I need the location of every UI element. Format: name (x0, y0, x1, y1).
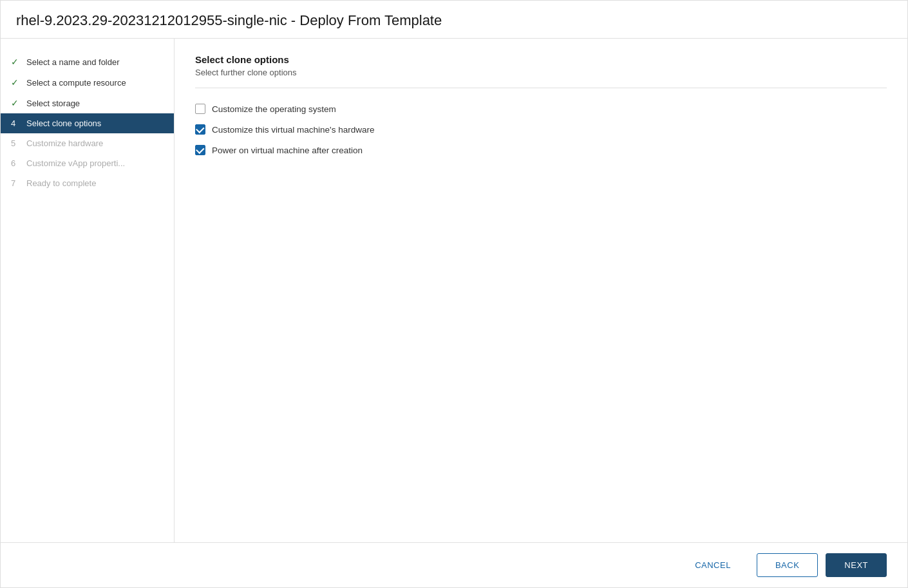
step-number-7: 7 (11, 178, 21, 188)
sidebar-item-step5: 5 Customize hardware (1, 133, 174, 153)
options-list: Customize the operating system Customize… (195, 104, 887, 155)
dialog-title: rhel-9.2023.29-20231212012955-single-nic… (1, 1, 907, 39)
step-number-6: 6 (11, 158, 21, 168)
sidebar-item-step6: 6 Customize vApp properti... (1, 153, 174, 173)
checkbox-option2[interactable] (195, 124, 205, 135)
check-icon-step3: ✓ (11, 98, 21, 108)
option-label-2: Customize this virtual machine's hardwar… (212, 125, 374, 135)
cancel-button[interactable]: CANCEL (677, 554, 749, 576)
dialog-body: ✓ Select a name and folder ✓ Select a co… (1, 39, 907, 542)
deploy-template-dialog: rhel-9.2023.29-20231212012955-single-nic… (0, 0, 908, 588)
option-label-1: Customize the operating system (212, 104, 336, 114)
option-item-1[interactable]: Customize the operating system (195, 104, 887, 114)
content-title: Select clone options (195, 54, 887, 65)
sidebar-item-step4[interactable]: 4 Select clone options (1, 113, 174, 133)
main-content: Select clone options Select further clon… (175, 39, 907, 542)
dialog-footer: CANCEL BACK NEXT (1, 542, 907, 587)
sidebar-label-step7: Ready to complete (26, 178, 96, 188)
option-item-3[interactable]: Power on virtual machine after creation (195, 145, 887, 155)
sidebar-item-step1[interactable]: ✓ Select a name and folder (1, 52, 174, 72)
checkbox-option1[interactable] (195, 104, 205, 114)
option-item-2[interactable]: Customize this virtual machine's hardwar… (195, 124, 887, 135)
sidebar-label-step3: Select storage (26, 99, 80, 108)
content-divider (195, 88, 887, 88)
check-icon-step1: ✓ (11, 57, 21, 67)
checkbox-option3[interactable] (195, 145, 205, 155)
sidebar-item-step2[interactable]: ✓ Select a compute resource (1, 72, 174, 93)
step-number-4: 4 (11, 119, 21, 128)
sidebar-label-step4: Select clone options (26, 119, 101, 128)
check-icon-step2: ✓ (11, 77, 21, 88)
sidebar-label-step2: Select a compute resource (26, 78, 126, 88)
sidebar-item-step3[interactable]: ✓ Select storage (1, 93, 174, 113)
sidebar-item-step7: 7 Ready to complete (1, 173, 174, 193)
step-number-5: 5 (11, 138, 21, 148)
back-button[interactable]: BACK (757, 553, 818, 577)
next-button[interactable]: NEXT (826, 553, 887, 577)
sidebar-label-step5: Customize hardware (26, 138, 103, 148)
sidebar-label-step1: Select a name and folder (26, 57, 120, 67)
sidebar-label-step6: Customize vApp properti... (26, 158, 125, 168)
option-label-3: Power on virtual machine after creation (212, 146, 363, 155)
sidebar: ✓ Select a name and folder ✓ Select a co… (1, 39, 175, 542)
content-subtitle: Select further clone options (195, 68, 887, 77)
